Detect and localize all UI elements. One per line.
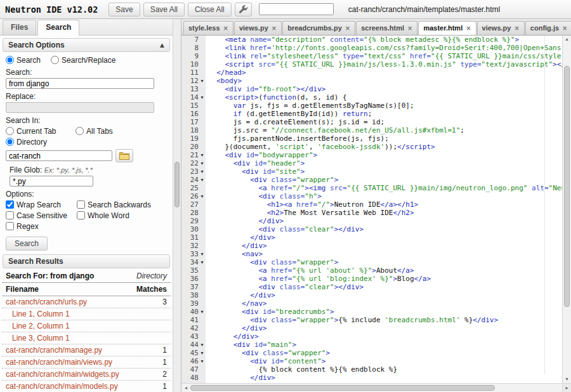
radio-input[interactable] [51,56,59,64]
line-number[interactable]: 34▾ [181,258,206,266]
line-number[interactable]: 47 [181,365,206,374]
fold-arrow-icon[interactable]: ▾ [199,341,206,349]
line-number[interactable]: 33▾ [181,250,206,258]
line-number[interactable]: 24▾ [181,176,206,184]
line-number[interactable]: 10 [181,60,206,69]
result-file-row[interactable]: cat-ranch/cranch/manage.py1 [2,344,171,356]
line-number[interactable]: 28 [181,209,206,217]
line-number[interactable]: 35 [181,266,206,275]
line-number[interactable]: 40▾ [181,308,206,316]
opt-checkbox-whole-word[interactable]: Whole Word [77,211,167,220]
browse-directory-button[interactable] [115,149,133,162]
line-number[interactable]: 16 [181,110,206,118]
line-number[interactable]: 43 [181,332,206,341]
line-number[interactable]: 27 [181,200,206,209]
result-line-link[interactable]: Line 3, Column 1 [2,332,171,344]
scroll-left-icon[interactable]: ◂ [181,385,190,391]
scroll-down-icon[interactable]: ▾ [563,376,571,383]
close-tab-icon[interactable]: × [345,25,350,32]
line-number[interactable]: 8 [181,44,206,52]
line-number[interactable]: 48 [181,374,206,382]
opt-checkbox-case-sensitive[interactable]: Case Sensitive [6,211,77,220]
editor-tab-1-views-py[interactable]: views.py× [234,21,282,35]
checkbox-input[interactable] [77,211,85,219]
radio-input[interactable] [6,56,14,64]
scroll-up-icon[interactable]: ▴ [563,36,571,43]
opt-checkbox-regex[interactable]: Regex [6,222,77,231]
code-editor[interactable]: 7 <meta name="description" content="{% b… [181,36,562,383]
quick-open-input[interactable] [259,3,334,15]
fold-arrow-icon[interactable]: ▾ [199,176,206,184]
line-number[interactable]: 11 [181,69,206,77]
line-number[interactable]: 21▾ [181,151,206,159]
line-number[interactable]: 29 [181,217,206,225]
line-number[interactable]: 19 [181,134,206,143]
fold-arrow-icon[interactable]: ▾ [199,357,206,365]
line-number[interactable]: 36 [181,275,206,283]
editor-tab-0-style-less[interactable]: style.less× [183,21,233,35]
line-number[interactable]: 44▾ [181,341,206,349]
editor-tab-4-master-html[interactable]: master.html× [418,21,476,36]
line-number[interactable]: 41 [181,316,206,324]
mode-radio-search-replace[interactable]: Search/Replace [51,56,115,65]
fold-arrow-icon[interactable]: ▾ [199,167,206,176]
line-number[interactable]: 23▾ [181,167,206,176]
editor-tab-3-screens-html[interactable]: screens.html× [356,21,417,35]
result-file-row[interactable]: cat-ranch/cranch/main/models.py1 [2,381,171,392]
line-number[interactable]: 14▾ [181,93,206,101]
search-button[interactable]: Search [6,237,48,251]
line-number[interactable]: 20 [181,143,206,151]
checkbox-input[interactable] [6,200,14,209]
fold-arrow-icon[interactable]: ▾ [199,349,206,357]
line-number[interactable]: 25 [181,184,206,192]
panel-splitter[interactable] [173,19,181,392]
close-tab-icon[interactable]: × [562,25,567,32]
close-all-button[interactable]: Close All [188,3,232,16]
splitter-grip-handle[interactable] [174,162,180,207]
result-line-link[interactable]: Line 1, Column 1 [2,308,171,320]
scope-radio-directory[interactable]: Directory [6,138,75,147]
checkbox-input[interactable] [77,200,85,209]
tab-search[interactable]: Search [37,20,79,36]
radio-input[interactable] [6,138,14,146]
close-tab-icon[interactable]: × [223,25,228,32]
opt-checkbox-search-backwards[interactable]: Search Backwards [77,200,167,209]
close-tab-icon[interactable]: × [272,25,277,32]
radio-input[interactable] [75,127,84,135]
fold-arrow-icon[interactable]: ▾ [199,258,206,266]
line-number[interactable]: 46▾ [181,357,206,365]
line-number[interactable]: 37 [181,283,206,291]
radio-input[interactable] [6,127,14,135]
opt-checkbox-wrap-search[interactable]: Wrap Search [6,200,77,209]
line-number[interactable]: 9 [181,52,206,60]
line-number[interactable]: 12▾ [181,77,206,85]
save-all-button[interactable]: Save All [143,3,185,16]
line-number[interactable]: 38 [181,291,206,299]
vertical-scroll-thumb[interactable] [564,66,570,307]
search-results-header[interactable]: Search Results [3,254,170,268]
line-number[interactable]: 26▾ [181,192,206,200]
close-tab-icon[interactable]: × [407,25,412,32]
editor-tab-5-views-py[interactable]: views.py× [477,21,525,35]
tab-files[interactable]: Files [3,20,36,35]
file-glob-input[interactable] [10,176,93,186]
mode-radio-search[interactable]: Search [6,56,41,65]
directory-input[interactable] [6,150,112,161]
fold-arrow-icon[interactable]: ▾ [199,192,206,200]
checkbox-input[interactable] [6,222,14,230]
close-tab-icon[interactable]: × [514,25,519,32]
scroll-right-icon[interactable]: ▸ [562,383,571,392]
editor-tab-2-breadcrumbs-py[interactable]: breadcrumbs.py× [282,21,355,35]
line-number[interactable]: 30 [181,225,206,233]
line-number[interactable]: 17 [181,118,206,126]
result-file-row[interactable]: cat-ranch/cranch/urls.py3 [2,296,171,308]
line-number[interactable]: 22▾ [181,159,206,167]
fold-arrow-icon[interactable]: ▾ [199,93,206,101]
horizontal-scroll-thumb[interactable] [190,385,495,391]
search-options-header[interactable]: Search Options ▲ [3,38,170,52]
line-number[interactable]: 39 [181,299,206,308]
fold-arrow-icon[interactable]: ▾ [199,308,206,316]
line-number[interactable]: 42 [181,324,206,332]
line-number[interactable]: 45▾ [181,349,206,357]
line-number[interactable]: 15 [181,101,206,110]
